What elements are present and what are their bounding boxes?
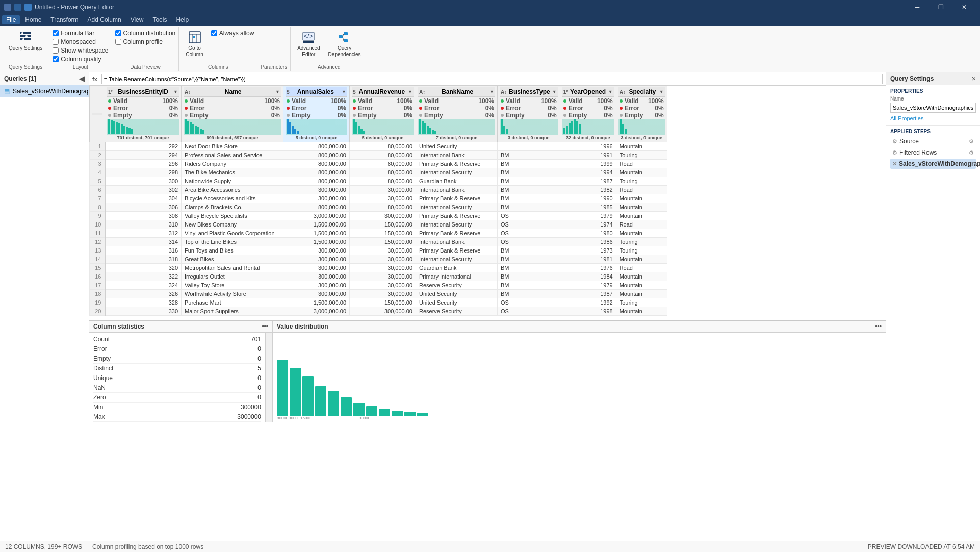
col-header-yearopened: 1² YearOpened ▼ Valid100% Error0% Empty0…: [560, 86, 616, 142]
dist-menu[interactable]: •••: [875, 323, 882, 330]
restore-button[interactable]: ❐: [929, 0, 952, 14]
show-whitespace-check[interactable]: [53, 47, 59, 54]
column-profile-checkbox[interactable]: Column profile: [115, 38, 176, 45]
col-filter-4[interactable]: ▼: [408, 89, 412, 94]
col-filter-5[interactable]: ▼: [489, 89, 494, 94]
formula-bar-check[interactable]: [53, 30, 59, 36]
query-item-1[interactable]: ▤ Sales_vStoreWithDemographics: [0, 85, 89, 97]
monospaced-check[interactable]: [53, 39, 59, 45]
monospaced-checkbox[interactable]: Monospaced: [53, 38, 108, 45]
col-filter-2[interactable]: ▼: [275, 89, 280, 94]
step-item[interactable]: ✕Sales_vStoreWithDemographics: [890, 159, 976, 169]
table-row[interactable]: 15320Metropolitan Sales and Rental300,00…: [90, 264, 667, 272]
query-settings-button[interactable]: Query Settings: [5, 28, 46, 54]
properties-title: PROPERTIES: [890, 88, 976, 94]
col-filter-1[interactable]: ▼: [173, 89, 178, 94]
show-whitespace-checkbox[interactable]: Show whitespace: [53, 47, 108, 54]
step-gear-icon[interactable]: ⚙: [892, 138, 897, 145]
table-row[interactable]: 5300Nationwide Supply800,000.0080,000.00…: [90, 177, 667, 186]
table-row[interactable]: 3296Riders Company800,000.0080,000.00Pri…: [90, 160, 667, 168]
formula-bar-checkbox[interactable]: Formula Bar: [53, 30, 108, 37]
col-name-2: Name: [193, 88, 273, 95]
table-row[interactable]: 10310New Bikes Company1,500,000.00150,00…: [90, 220, 667, 229]
dist-label: 1500000: [300, 416, 311, 420]
cell-name: Next-Door Bike Store: [182, 142, 283, 151]
stat-item: Count701: [93, 335, 261, 344]
column-distribution-check[interactable]: [115, 30, 121, 36]
stats-scroll[interactable]: [265, 333, 272, 422]
step-gear-icon[interactable]: ⚙: [892, 149, 897, 156]
stat-item: Average1584736...: [93, 422, 261, 422]
dist-label: 3000000: [359, 416, 369, 420]
cell-annual-sales: 1,500,000.00: [283, 229, 350, 238]
col-filter-7[interactable]: ▼: [608, 89, 613, 94]
column-quality-checkbox[interactable]: Column quality: [53, 56, 108, 63]
advanced-editor-button[interactable]: </> AdvancedEditor: [294, 28, 323, 60]
cell-business-entity-id: 300: [105, 177, 182, 186]
cell-bank-name: Primary Bank & Reserve: [416, 160, 498, 168]
close-button[interactable]: ✕: [952, 0, 976, 14]
table-row[interactable]: 20330Major Sport Suppliers3,000,000.0030…: [90, 307, 667, 316]
table-row[interactable]: 7304Bicycle Accessories and Kits300,000.…: [90, 194, 667, 203]
queries-collapse-button[interactable]: ◀: [79, 74, 85, 83]
menu-view[interactable]: View: [126, 15, 148, 24]
table-row[interactable]: 9308Valley Bicycle Specialists3,000,000.…: [90, 212, 667, 220]
table-row[interactable]: 13316Fun Toys and Bikes300,000.0030,000.…: [90, 246, 667, 255]
table-row[interactable]: 8306Clamps & Brackets Co.800,000.0080,00…: [90, 203, 667, 212]
query-dependencies-icon: [338, 30, 352, 44]
cell-business-entity-id: 302: [105, 186, 182, 194]
menu-add-column[interactable]: Add Column: [84, 15, 125, 24]
step-gear-action[interactable]: ⚙: [969, 149, 974, 156]
col-filter-3[interactable]: ▼: [342, 89, 346, 94]
step-gear-action[interactable]: ⚙: [969, 138, 974, 145]
cell-annual-revenue: 80,000.00: [350, 177, 416, 186]
step-item[interactable]: ⚙Source⚙: [890, 136, 976, 146]
dist-chart: [273, 333, 886, 416]
column-profile-check[interactable]: [115, 39, 121, 45]
table-row[interactable]: 2294Professional Sales and Service800,00…: [90, 151, 667, 160]
menu-tools[interactable]: Tools: [148, 15, 171, 24]
cell-year-opened: 1982: [560, 186, 616, 194]
menu-transform[interactable]: Transform: [46, 15, 82, 24]
ribbon-buttons-layout: Formula Bar Monospaced Show whitespace C…: [53, 28, 108, 63]
table-row[interactable]: 1292Next-Door Bike Store800,000.0080,000…: [90, 142, 667, 151]
table-row[interactable]: 18326Worthwhile Activity Store300,000.00…: [90, 290, 667, 298]
col-stats-2: Valid100% Error0% Empty0%: [184, 97, 281, 119]
table-row[interactable]: 14318Great Bikes300,000.0030,000.00Inter…: [90, 255, 667, 264]
cell-annual-sales: 300,000.00: [283, 272, 350, 281]
go-to-column-button[interactable]: Go toColumn: [182, 28, 207, 60]
step-item[interactable]: ⚙Filtered Rows⚙: [890, 147, 976, 158]
menu-file[interactable]: File: [2, 15, 20, 24]
col-stats-8: Valid100% Error0% Empty0%: [618, 97, 665, 119]
always-allow-check[interactable]: [211, 30, 217, 36]
menu-help[interactable]: Help: [172, 15, 193, 24]
cell-bank-name: Primary Bank & Reserve: [416, 194, 498, 203]
table-row[interactable]: 6302Area Bike Accessories300,000.0030,00…: [90, 186, 667, 194]
data-table-container[interactable]: 1² BusinessEntityID ▼ Valid100% Error0% …: [89, 86, 886, 320]
column-distribution-checkbox[interactable]: Column distribution: [115, 30, 176, 37]
name-prop-input[interactable]: [890, 103, 976, 113]
table-row[interactable]: 12314Top of the Line Bikes1,500,000.0015…: [90, 238, 667, 246]
stat-name: Max: [93, 413, 105, 420]
cell-specialty: Mountain: [616, 212, 667, 220]
column-quality-check[interactable]: [53, 56, 59, 62]
cell-name: Professional Sales and Service: [182, 151, 283, 160]
query-settings-close[interactable]: ×: [972, 74, 976, 83]
table-row[interactable]: 11312Vinyl and Plastic Goods Corporation…: [90, 229, 667, 238]
cell-bank-name: United Security: [416, 142, 498, 151]
query-dependencies-button[interactable]: QueryDependencies: [325, 28, 365, 60]
svg-text:</>: </>: [304, 33, 313, 40]
row-number-cell: 13: [90, 246, 105, 255]
table-row[interactable]: 17324Valley Toy Store300,000.0030,000.00…: [90, 281, 667, 290]
minimize-button[interactable]: ─: [906, 0, 929, 14]
col-filter-8[interactable]: ▼: [659, 89, 664, 94]
table-row[interactable]: 4298The Bike Mechanics800,000.0080,000.0…: [90, 168, 667, 177]
col-filter-6[interactable]: ▼: [552, 89, 557, 94]
all-properties-link[interactable]: All Properties: [890, 115, 923, 121]
formula-bar-input[interactable]: [101, 74, 883, 84]
always-allow-checkbox[interactable]: Always allow: [211, 30, 254, 37]
col-stats-menu[interactable]: •••: [262, 323, 268, 330]
table-row[interactable]: 16322Irregulars Outlet300,000.0030,000.0…: [90, 272, 667, 281]
table-row[interactable]: 19328Purchase Mart1,500,000.00150,000.00…: [90, 298, 667, 307]
menu-home[interactable]: Home: [21, 15, 45, 24]
